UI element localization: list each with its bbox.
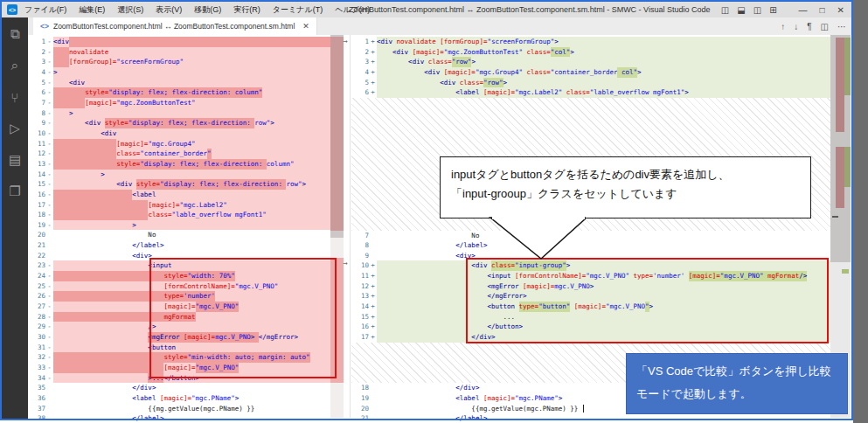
menu-item[interactable]: ファイル(F) xyxy=(24,4,66,16)
code-segment: > xyxy=(53,170,105,180)
windows-icon[interactable]: ❐ xyxy=(5,182,24,201)
diff-sign: - xyxy=(45,179,53,190)
code-line[interactable]: 7- [magic]="mgc.ZoomButtonTest" xyxy=(28,98,330,108)
code-line[interactable]: 2- novalidate xyxy=(28,47,330,58)
diff-sign: - xyxy=(45,281,53,292)
scrollbar-thumb[interactable] xyxy=(830,35,851,262)
toggle-whitespace-icon[interactable]: ¶ xyxy=(807,22,811,31)
revert-change-arrow-icon[interactable]: → xyxy=(340,259,351,268)
line-number: 4 xyxy=(351,67,369,78)
code-segment xyxy=(53,260,148,271)
menu-item[interactable]: 表示(V) xyxy=(156,4,182,16)
revert-change-arrow-icon[interactable]: → xyxy=(340,37,351,46)
red-annotation-box-left xyxy=(149,258,337,378)
line-number: 34 xyxy=(28,373,45,384)
code-segment: </label> xyxy=(377,413,487,423)
code-line[interactable]: 4+ <div [magic]="mgc.Group4" class="cont… xyxy=(351,67,830,78)
code-line[interactable]: 9- <div style="display: flex; flex-direc… xyxy=(28,118,330,128)
code-line[interactable]: 21 </label> xyxy=(28,240,330,251)
line-number: 28 xyxy=(28,312,45,322)
diff-sign: + xyxy=(369,291,377,302)
code-segment xyxy=(53,312,163,322)
code-line[interactable]: 15- <div style="display: flex; flex-dire… xyxy=(28,179,330,190)
explorer-icon[interactable]: ⧉ xyxy=(5,24,24,44)
blue-note-line1: 「VS Codeで比較」ボタンを押し比較 xyxy=(636,360,837,383)
close-button[interactable]: ✕ xyxy=(834,5,848,15)
code-segment: <div xyxy=(53,128,116,139)
next-change-icon[interactable]: ↓ xyxy=(794,22,798,31)
code-line[interactable]: 8- > xyxy=(28,108,330,119)
diff-sign: - xyxy=(45,220,53,231)
code-text: No xyxy=(53,230,330,240)
code-segment: [formGroup]= xyxy=(440,37,487,47)
code-segment: > xyxy=(53,108,73,119)
toggle-secondary-sidebar-icon[interactable]: ◫ xyxy=(753,5,761,15)
code-segment: > xyxy=(270,118,274,128)
code-text: <div class="row"> xyxy=(377,57,830,67)
maximize-button[interactable]: □ xyxy=(816,5,829,15)
code-line[interactable]: 4-> xyxy=(28,67,330,78)
line-number: 15 xyxy=(28,179,45,190)
customize-layout-icon[interactable]: ⊞ xyxy=(769,5,776,15)
code-line[interactable]: 3- [formGroup]="screenFormGroup" xyxy=(28,57,330,67)
code-line[interactable]: 1+<div novalidate [formGroup]="screenFor… xyxy=(351,37,830,47)
code-segment xyxy=(53,139,116,149)
code-segment: </label> xyxy=(53,240,163,251)
scrollbar-thumb[interactable] xyxy=(330,35,344,238)
tab-diff-editor[interactable]: <> ZoomButtonTest.component.html ↔ ZoomB… xyxy=(33,17,317,35)
menu-item[interactable]: ターミナル(T) xyxy=(273,4,323,16)
minimize-button[interactable]: — xyxy=(795,5,811,15)
code-line[interactable]: 7 No xyxy=(351,231,830,241)
code-line[interactable]: 13- style="display: flex; flex-direction… xyxy=(28,159,330,170)
menu-item[interactable]: 選択(S) xyxy=(117,4,143,16)
code-line[interactable]: 5- <div xyxy=(28,78,330,88)
code-line[interactable]: 19- > xyxy=(28,220,330,231)
search-icon[interactable]: ⌕ xyxy=(5,56,24,75)
code-segment: <div xyxy=(53,37,69,47)
code-segment: [magic]= xyxy=(85,98,116,108)
layout-icons: ◫⬓◫⊞ xyxy=(721,5,777,15)
code-line[interactable]: 5+ <div class="row"> xyxy=(351,78,830,88)
pane-sash[interactable] xyxy=(350,35,351,418)
line-number: 7 xyxy=(351,231,369,241)
split-editor-icon[interactable]: ◫ xyxy=(821,22,829,31)
remote-explorer-icon[interactable]: ▤ xyxy=(5,150,24,170)
code-line[interactable]: 37 {{mg.getValue(mgc.PName) }} xyxy=(28,404,330,414)
code-line[interactable]: 38 </label> xyxy=(28,413,330,423)
tab-close-icon[interactable]: ✕ xyxy=(302,22,309,31)
code-line[interactable]: 6- style="display: flex; flex-direction:… xyxy=(28,87,330,98)
code-line[interactable]: 3+ <div class="row"> xyxy=(351,57,830,67)
menu-item[interactable]: 編集(E) xyxy=(79,4,105,16)
code-line[interactable]: 2+ <div [magic]="mgc.ZoomButtonTest" cla… xyxy=(351,47,830,58)
more-actions-icon[interactable]: ⋯ xyxy=(837,22,846,31)
code-line[interactable]: 12- class="container_border" xyxy=(28,149,330,159)
code-line[interactable]: 35 </div> xyxy=(28,383,330,393)
menu-item[interactable]: 実行(R) xyxy=(233,4,260,16)
code-line[interactable]: 18- class="lable_overflow mgFont1" xyxy=(28,210,330,220)
code-line[interactable]: 1-<div xyxy=(28,37,330,47)
code-segment: > xyxy=(637,67,642,78)
toggle-primary-sidebar-icon[interactable]: ◫ xyxy=(721,5,729,15)
menu-bar: ファイル(F)編集(E)選択(S)表示(V)移動(G)実行(R)ターミナル(T)… xyxy=(24,4,370,16)
code-line[interactable]: 11- [magic]="mgc.Group4" xyxy=(28,139,330,149)
code-segment: <div xyxy=(377,47,413,58)
window-title: ZoomButtonTest.component.html ↔ ZoomButt… xyxy=(349,2,711,17)
menu-item[interactable]: 移動(G) xyxy=(194,4,221,16)
diff-sign: - xyxy=(45,291,53,302)
code-line[interactable]: 21 </label> xyxy=(351,413,830,423)
code-segment: style= xyxy=(105,118,128,128)
code-line[interactable]: 36 <label [magic]="mgc.PName"> xyxy=(28,393,330,404)
run-debug-icon[interactable]: ▷ xyxy=(5,119,24,138)
source-control-icon[interactable]: ⑂ xyxy=(5,87,24,107)
code-line[interactable]: 10- <div xyxy=(28,128,330,139)
code-line[interactable]: 14- > xyxy=(28,170,330,180)
code-line[interactable]: 17- [magic]="mgc.Label2" xyxy=(28,200,330,211)
text-cursor xyxy=(583,405,584,413)
code-line[interactable]: 6+ <label [magic]="mgc.Label2" class="la… xyxy=(351,87,830,98)
line-number: 20 xyxy=(28,230,45,240)
previous-change-icon[interactable]: ↑ xyxy=(781,22,785,31)
code-line[interactable]: 20 No xyxy=(28,230,330,240)
code-line[interactable]: 16- <label xyxy=(28,190,330,200)
toggle-panel-icon[interactable]: ⬓ xyxy=(737,5,745,15)
code-line[interactable]: 8 </label> xyxy=(351,240,830,251)
